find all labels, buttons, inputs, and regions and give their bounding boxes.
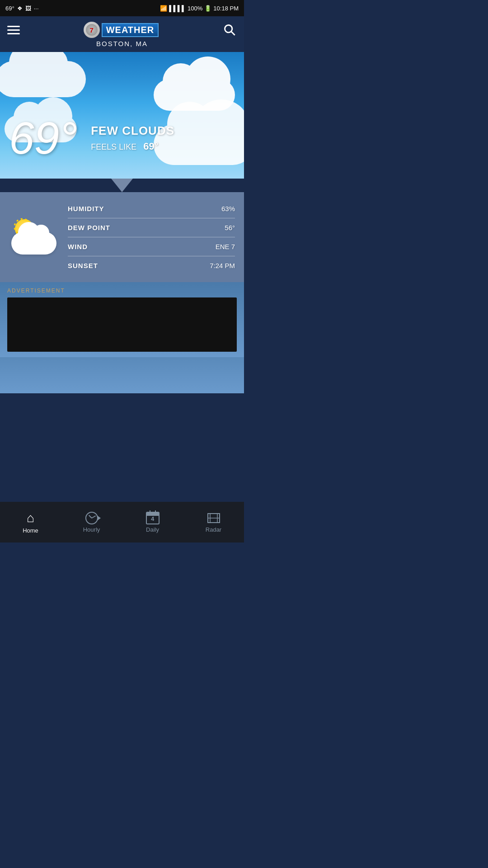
more-icon: ··· — [34, 5, 39, 12]
weather-details: HUMIDITY 63% DEW POINT 56° WIND ENE 7 SU… — [0, 192, 244, 282]
calendar-number: 4 — [151, 515, 154, 522]
status-right: 📶 ▌▌▌▌ 100% 🔋 10:18 PM — [160, 5, 239, 12]
radar-label: Radar — [206, 526, 221, 533]
condition-text: FEW CLOUDS — [91, 124, 174, 138]
sky-hero: 69° FEW CLOUDS FEELS LIKE 69° — [0, 52, 244, 179]
dewpoint-label: DEW POINT — [68, 224, 110, 231]
nav-radar[interactable]: Radar — [183, 502, 244, 542]
hourly-label: Hourly — [83, 526, 100, 533]
status-left: 69° ❖ 🖼 ··· — [5, 5, 39, 12]
sunset-row: SUNSET 7:24 PM — [68, 256, 235, 275]
temperature-block: 69° FEW CLOUDS FEELS LIKE 69° — [9, 115, 174, 160]
svg-line-1 — [231, 32, 235, 35]
feels-like-value: 69° — [143, 141, 158, 152]
logo-number: 7 — [86, 24, 98, 36]
clock-arrow — [98, 516, 101, 520]
ad-banner — [7, 297, 237, 352]
nav-daily[interactable]: 4 Daily — [122, 502, 183, 542]
bottom-nav: ⌂ Home Hourly 4 Daily Radar — [0, 502, 244, 542]
clock: 10:18 PM — [213, 5, 239, 12]
logo: 7 WEATHER — [84, 22, 159, 38]
cloud-1 — [0, 61, 86, 97]
humidity-row: HUMIDITY 63% — [68, 199, 235, 218]
stats-table: HUMIDITY 63% DEW POINT 56° WIND ENE 7 SU… — [68, 199, 235, 275]
location-label: BOSTON, MA — [96, 40, 148, 47]
gallery-icon: 🖼 — [25, 5, 31, 12]
remaining-bg — [0, 357, 244, 393]
wifi-icon: 📶 — [160, 5, 167, 12]
search-button[interactable] — [222, 23, 237, 37]
humidity-value: 63% — [221, 205, 235, 212]
ad-section: ADVERTISEMENT — [0, 282, 244, 357]
pointer-arrow — [111, 179, 133, 192]
nav-hourly[interactable]: Hourly — [61, 502, 122, 542]
logo-text: WEATHER — [102, 23, 159, 37]
clock-hand-minute — [91, 515, 96, 519]
feels-like-row: FEELS LIKE 69° — [91, 141, 174, 152]
dropbox-icon: ❖ — [17, 5, 23, 12]
daily-label: Daily — [146, 526, 159, 533]
radar-icon — [207, 512, 221, 524]
logo-container: 7 WEATHER — [84, 22, 159, 38]
calendar-top-bar — [147, 513, 159, 516]
current-temperature: 69° — [9, 115, 77, 160]
nav-home[interactable]: ⌂ Home — [0, 502, 61, 542]
home-label: Home — [23, 527, 38, 534]
partly-cloudy-icon — [11, 219, 56, 255]
wind-label: WIND — [68, 243, 88, 250]
status-temp: 69° — [5, 5, 14, 12]
hourly-icon — [85, 512, 98, 524]
dewpoint-row: DEW POINT 56° — [68, 218, 235, 237]
home-icon: ⌂ — [27, 511, 34, 525]
dewpoint-value: 56° — [225, 224, 235, 231]
sunset-value: 7:24 PM — [210, 262, 235, 269]
condition-block: FEW CLOUDS FEELS LIKE 69° — [91, 124, 174, 152]
menu-button[interactable] — [7, 26, 20, 34]
logo-circle: 7 — [84, 22, 100, 38]
humidity-label: HUMIDITY — [68, 205, 104, 212]
battery-icon: 🔋 — [204, 5, 211, 12]
weather-icon-area — [9, 219, 59, 255]
wind-value: ENE 7 — [216, 243, 235, 250]
sunset-label: SUNSET — [68, 262, 98, 269]
battery-pct: 100% — [188, 5, 202, 12]
feels-like-label: FEELS LIKE — [91, 142, 136, 151]
header: 7 WEATHER BOSTON, MA — [0, 16, 244, 52]
signal-icon: ▌▌▌▌ — [169, 5, 186, 12]
cloud-front — [11, 232, 56, 255]
wind-row: WIND ENE 7 — [68, 237, 235, 256]
status-bar: 69° ❖ 🖼 ··· 📶 ▌▌▌▌ 100% 🔋 10:18 PM — [0, 0, 244, 16]
svg-point-0 — [225, 25, 232, 33]
ad-label: ADVERTISEMENT — [7, 288, 237, 294]
daily-icon: 4 — [146, 512, 160, 524]
